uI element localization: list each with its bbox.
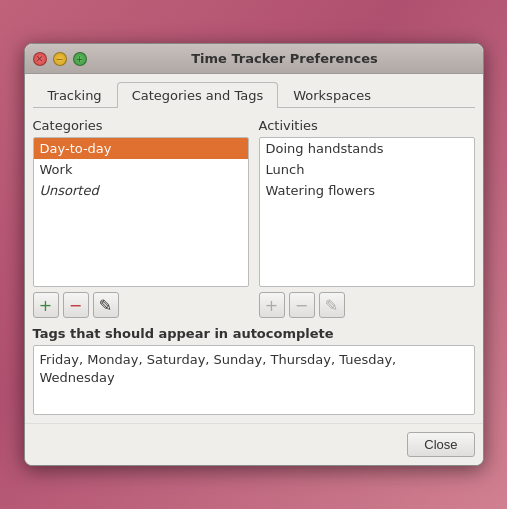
minimize-window-button[interactable]: −: [53, 52, 67, 66]
close-window-button[interactable]: ✕: [33, 52, 47, 66]
tab-bar: Tracking Categories and Tags Workspaces: [33, 82, 475, 108]
activities-list[interactable]: Doing handstands Lunch Watering flowers: [259, 137, 475, 287]
categories-section: Categories Day-to-day Work Unsorted + − …: [33, 118, 249, 318]
titlebar: ✕ − + Time Tracker Preferences: [25, 44, 483, 74]
categories-label: Categories: [33, 118, 249, 133]
list-item[interactable]: Day-to-day: [34, 138, 248, 159]
categories-edit-button[interactable]: ✎: [93, 292, 119, 318]
categories-toolbar: + − ✎: [33, 292, 249, 318]
preferences-window: ✕ − + Time Tracker Preferences Tracking …: [24, 43, 484, 466]
tab-tracking[interactable]: Tracking: [33, 82, 117, 108]
categories-add-button[interactable]: +: [33, 292, 59, 318]
autocomplete-tags-box[interactable]: Friday, Monday, Saturday, Sunday, Thursd…: [33, 345, 475, 415]
autocomplete-label: Tags that should appear in autocomplete: [33, 326, 475, 341]
activities-section: Activities Doing handstands Lunch Wateri…: [259, 118, 475, 318]
activities-toolbar: + − ✎: [259, 292, 475, 318]
list-item[interactable]: Lunch: [260, 159, 474, 180]
activities-edit-button[interactable]: ✎: [319, 292, 345, 318]
panels-row: Categories Day-to-day Work Unsorted + − …: [33, 118, 475, 318]
activities-add-button[interactable]: +: [259, 292, 285, 318]
activities-label: Activities: [259, 118, 475, 133]
list-item[interactable]: Work: [34, 159, 248, 180]
list-item[interactable]: Unsorted: [34, 180, 248, 201]
autocomplete-section: Tags that should appear in autocomplete …: [33, 326, 475, 415]
maximize-window-button[interactable]: +: [73, 52, 87, 66]
pencil-icon: ✎: [99, 296, 112, 315]
categories-remove-button[interactable]: −: [63, 292, 89, 318]
categories-list[interactable]: Day-to-day Work Unsorted: [33, 137, 249, 287]
list-item[interactable]: Doing handstands: [260, 138, 474, 159]
window-title: Time Tracker Preferences: [95, 51, 475, 66]
tab-workspaces[interactable]: Workspaces: [278, 82, 386, 108]
list-item[interactable]: Watering flowers: [260, 180, 474, 201]
content-area: Tracking Categories and Tags Workspaces …: [25, 74, 483, 423]
activities-remove-button[interactable]: −: [289, 292, 315, 318]
footer: Close: [25, 423, 483, 465]
close-button[interactable]: Close: [407, 432, 474, 457]
tab-categories-and-tags[interactable]: Categories and Tags: [117, 82, 279, 108]
pencil-icon: ✎: [325, 296, 338, 315]
window-controls: ✕ − +: [33, 52, 87, 66]
